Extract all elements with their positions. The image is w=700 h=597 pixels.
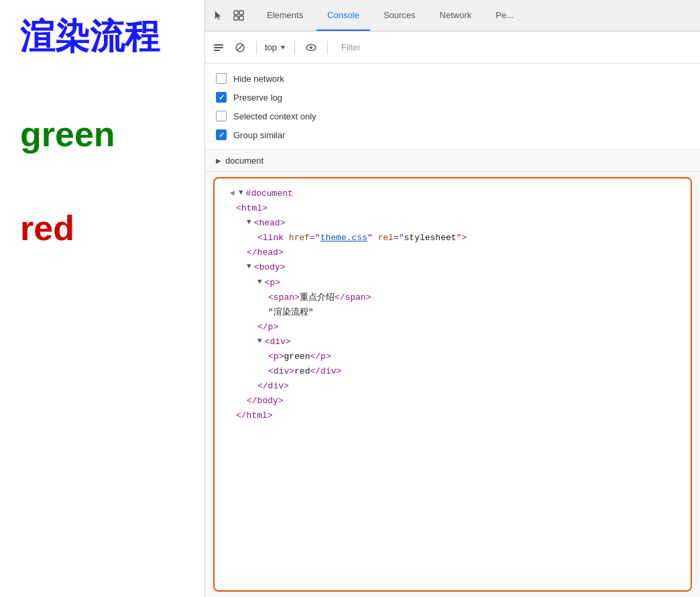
context-selector[interactable]: top ▼ <box>265 42 286 52</box>
dom-line-body-close: </body> <box>225 394 680 409</box>
tab-elements[interactable]: Elements <box>256 0 314 31</box>
dom-line-p-open: ▼ <p> <box>225 276 680 290</box>
page-title-chinese: 渲染流程 <box>20 13 184 60</box>
option-selected-context-only[interactable]: Selected context only <box>216 107 689 125</box>
svg-rect-5 <box>214 47 223 48</box>
tab-network[interactable]: Network <box>429 0 483 31</box>
dom-line-html-open: <html> <box>225 201 680 216</box>
dom-line-link: <link href="theme.css" rel="stylesheet" … <box>225 231 680 246</box>
page-content: 渲染流程 green red <box>0 0 205 597</box>
filter-input[interactable] <box>336 42 695 52</box>
dom-viewer: ◀ ▼ #document <html> ▼ <head> <link href… <box>213 177 692 592</box>
tab-sources[interactable]: Sources <box>373 0 426 31</box>
devtools-panel: Elements Console Sources Network Pe... <box>205 0 700 597</box>
tab-performance[interactable]: Pe... <box>485 0 524 31</box>
dom-line-head-open: ▼ <head> <box>225 216 680 231</box>
dom-line-html-close: </html> <box>225 409 680 423</box>
checkbox-group-similar[interactable] <box>216 129 227 140</box>
svg-rect-3 <box>239 16 243 20</box>
dom-line-head-close: </head> <box>225 246 680 260</box>
svg-line-8 <box>237 44 243 50</box>
document-arrow-icon: ▶ <box>216 157 221 164</box>
document-section[interactable]: ▶ document <box>205 150 700 172</box>
option-group-similar[interactable]: Group similar <box>216 125 689 144</box>
dom-line-p-green: <p>green</p> <box>225 349 680 364</box>
console-toolbar: top ▼ <box>205 32 700 64</box>
dom-line-span: <span>重点介绍</span> <box>225 290 680 305</box>
dom-line-body-open: ▼ <body> <box>225 260 680 275</box>
option-hide-network[interactable]: Hide network <box>216 69 689 88</box>
expand-head-icon[interactable]: ▼ <box>247 216 251 229</box>
dom-line-div-open: ▼ <div> <box>225 335 680 349</box>
context-label: top <box>265 42 277 52</box>
svg-rect-1 <box>239 11 243 15</box>
svg-point-10 <box>310 46 312 49</box>
block-icon[interactable] <box>232 40 248 56</box>
dom-line-p-close: </p> <box>225 320 680 335</box>
document-row[interactable]: ▶ document <box>216 156 689 166</box>
document-label: document <box>225 156 264 166</box>
tab-icons <box>211 7 247 23</box>
back-icon[interactable]: ◀ <box>225 186 239 200</box>
page-green-text: green <box>20 114 184 154</box>
expand-document-icon[interactable]: ▼ <box>239 186 243 199</box>
cursor-icon[interactable] <box>211 7 227 23</box>
eye-icon[interactable] <box>303 40 319 56</box>
page-red-text: red <box>20 208 184 248</box>
toolbar-divider-2 <box>294 41 295 54</box>
context-dropdown-arrow: ▼ <box>280 44 286 51</box>
dom-line-div-red: <div>red</div> <box>225 364 680 379</box>
clear-console-icon[interactable] <box>211 40 227 56</box>
toolbar-divider-3 <box>327 41 328 54</box>
checkbox-selected-context-only[interactable] <box>216 111 227 121</box>
svg-rect-0 <box>234 11 238 15</box>
toolbar-divider <box>256 41 257 54</box>
inspect-icon[interactable] <box>231 7 247 23</box>
expand-p-icon[interactable]: ▼ <box>257 276 262 288</box>
option-preserve-log[interactable]: Preserve log <box>216 88 689 107</box>
dom-line-div-close: </div> <box>225 379 680 394</box>
dom-line-document: ◀ ▼ #document <box>225 186 680 201</box>
expand-body-icon[interactable]: ▼ <box>247 260 251 273</box>
svg-rect-6 <box>214 50 220 51</box>
devtools-tab-bar: Elements Console Sources Network Pe... <box>205 0 700 32</box>
checkbox-preserve-log[interactable] <box>216 92 227 103</box>
expand-div-icon[interactable]: ▼ <box>257 335 262 347</box>
checkbox-hide-network[interactable] <box>216 73 227 84</box>
console-options: Hide network Preserve log Selected conte… <box>205 64 700 150</box>
svg-rect-4 <box>214 44 223 46</box>
tab-console[interactable]: Console <box>316 0 370 31</box>
dom-line-text-node: "渲染流程" <box>225 305 680 320</box>
svg-rect-2 <box>234 16 238 20</box>
